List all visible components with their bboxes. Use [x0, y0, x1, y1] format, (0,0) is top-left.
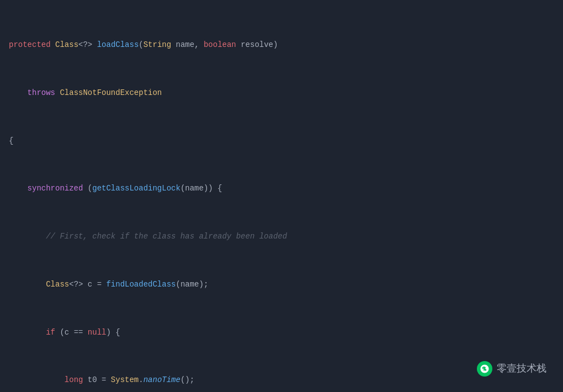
watermark-text: 零壹技术栈: [497, 361, 546, 377]
code-line-4: synchronized (getClassLoadingLock(name))…: [0, 183, 563, 195]
code-line-5: // First, check if the class has already…: [0, 231, 563, 243]
code-line-3: {: [0, 135, 563, 147]
code-line-6: Class<?> c = findLoadedClass(name);: [0, 279, 563, 291]
code-line-1: protected Class<?> loadClass(String name…: [0, 39, 563, 51]
code-block: protected Class<?> loadClass(String name…: [0, 0, 563, 392]
watermark: 零壹技术栈: [477, 361, 546, 377]
code-line-2: throws ClassNotFoundException: [0, 87, 563, 99]
code-line-7: if (c == null) {: [0, 327, 563, 339]
wechat-icon: [477, 361, 492, 377]
